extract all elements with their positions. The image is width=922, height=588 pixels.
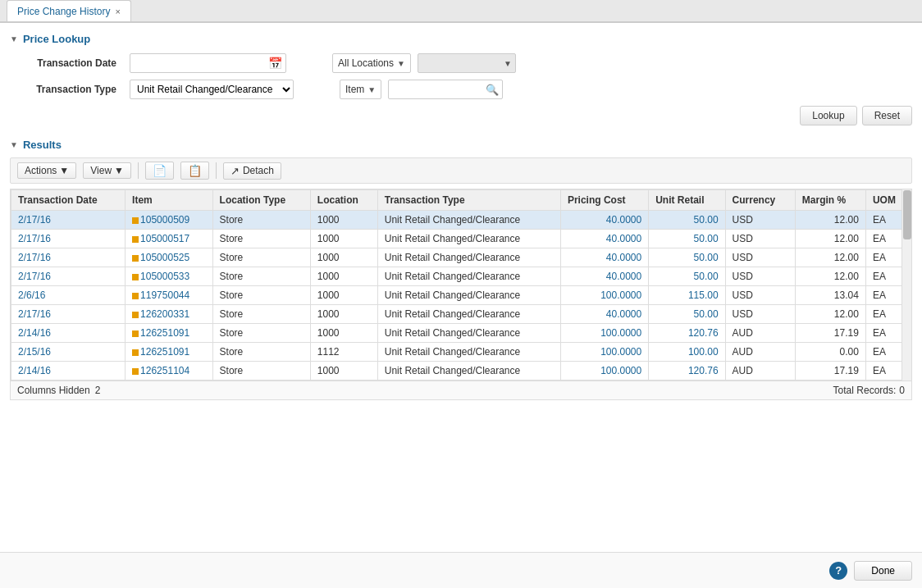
detach-button[interactable]: ↗ Detach <box>223 162 281 180</box>
table-row[interactable]: 2/15/16126251091Store1112Unit Retail Cha… <box>11 343 911 362</box>
cell-transaction-date[interactable]: 2/17/16 <box>11 211 126 230</box>
cell-unit-retail-link[interactable]: 120.76 <box>688 365 719 376</box>
reset-button[interactable]: Reset <box>862 106 912 125</box>
cell-item-link[interactable]: 126251091 <box>140 327 189 339</box>
cell-unit-retail[interactable]: 50.00 <box>649 230 725 248</box>
cell-pricing-cost-link[interactable]: 40.0000 <box>606 252 641 263</box>
cell-pricing-cost[interactable]: 100.0000 <box>560 362 648 381</box>
transaction-date-input[interactable]: 📅 <box>130 53 286 73</box>
cell-transaction-date[interactable]: 2/17/16 <box>11 267 126 286</box>
cell-item-link[interactable]: 105000533 <box>140 271 189 282</box>
cell-pricing-cost-link[interactable]: 100.0000 <box>600 346 641 358</box>
cell-unit-retail-link[interactable]: 115.00 <box>688 289 719 301</box>
table-row[interactable]: 2/17/16105000509Store1000Unit Retail Cha… <box>11 211 911 230</box>
cell-item-link[interactable]: 105000509 <box>140 214 189 226</box>
location-secondary-dropdown[interactable]: ▼ <box>418 53 516 73</box>
cell-unit-retail-link[interactable]: 50.00 <box>694 252 719 263</box>
cell-transaction-date[interactable]: 2/15/16 <box>11 343 126 362</box>
item-search-input[interactable] <box>392 84 482 95</box>
cell-transaction-date-link[interactable]: 2/17/16 <box>18 252 51 263</box>
tab-close-button[interactable]: × <box>115 7 120 16</box>
results-collapse-icon[interactable]: ▼ <box>10 140 18 149</box>
cell-item[interactable]: 126251091 <box>126 324 213 343</box>
cell-item[interactable]: 105000517 <box>126 230 213 248</box>
table-row[interactable]: 2/17/16105000533Store1000Unit Retail Cha… <box>11 267 911 286</box>
cell-unit-retail[interactable]: 120.76 <box>649 362 725 381</box>
cell-item-link[interactable]: 105000517 <box>140 233 189 244</box>
cell-pricing-cost-link[interactable]: 40.0000 <box>606 214 641 226</box>
transaction-date-field[interactable] <box>134 57 265 69</box>
export-view-button[interactable]: 📋 <box>180 162 209 180</box>
transaction-type-select[interactable]: Unit Retail Changed/Clearance All Types <box>130 80 294 99</box>
cell-unit-retail-link[interactable]: 50.00 <box>694 233 719 244</box>
view-button[interactable]: View ▼ <box>83 162 131 179</box>
cell-pricing-cost-link[interactable]: 40.0000 <box>606 271 641 282</box>
cell-item-link[interactable]: 119750044 <box>140 289 189 301</box>
cell-unit-retail[interactable]: 50.00 <box>649 211 725 230</box>
cell-unit-retail-link[interactable]: 50.00 <box>694 308 719 320</box>
table-row[interactable]: 2/17/16105000517Store1000Unit Retail Cha… <box>11 230 911 248</box>
cell-transaction-date-link[interactable]: 2/15/16 <box>18 346 51 358</box>
cell-transaction-date-link[interactable]: 2/17/16 <box>18 271 51 282</box>
cell-pricing-cost[interactable]: 40.0000 <box>560 211 648 230</box>
table-row[interactable]: 2/14/16126251104Store1000Unit Retail Cha… <box>11 362 911 381</box>
cell-unit-retail[interactable]: 115.00 <box>649 286 725 305</box>
done-button[interactable]: Done <box>854 561 912 581</box>
cell-transaction-date[interactable]: 2/17/16 <box>11 248 126 267</box>
cell-unit-retail-link[interactable]: 50.00 <box>694 271 719 282</box>
cell-unit-retail[interactable]: 50.00 <box>649 248 725 267</box>
cell-pricing-cost[interactable]: 100.0000 <box>560 343 648 362</box>
cell-transaction-date-link[interactable]: 2/17/16 <box>18 233 51 244</box>
cell-item-link[interactable]: 126251104 <box>140 365 189 376</box>
cell-pricing-cost[interactable]: 40.0000 <box>560 248 648 267</box>
cell-transaction-date[interactable]: 2/6/16 <box>11 286 126 305</box>
cell-item[interactable]: 126251104 <box>126 362 213 381</box>
item-search-box[interactable]: 🔍 <box>388 80 503 99</box>
cell-pricing-cost-link[interactable]: 100.0000 <box>600 365 641 376</box>
table-row[interactable]: 2/17/16105000525Store1000Unit Retail Cha… <box>11 248 911 267</box>
cell-item[interactable]: 105000525 <box>126 248 213 267</box>
cell-pricing-cost-link[interactable]: 40.0000 <box>606 308 641 320</box>
cell-pricing-cost[interactable]: 100.0000 <box>560 286 648 305</box>
cell-item-link[interactable]: 105000525 <box>140 252 189 263</box>
cell-item-link[interactable]: 126200331 <box>140 308 189 320</box>
scrollbar-thumb[interactable] <box>903 190 911 239</box>
cell-transaction-date[interactable]: 2/17/16 <box>11 230 126 248</box>
vertical-scrollbar[interactable] <box>901 189 911 381</box>
cell-transaction-date[interactable]: 2/14/16 <box>11 362 126 381</box>
cell-item[interactable]: 126251091 <box>126 343 213 362</box>
cell-pricing-cost[interactable]: 40.0000 <box>560 305 648 324</box>
search-icon[interactable]: 🔍 <box>486 84 499 96</box>
export-excel-button[interactable]: 📄 <box>145 162 174 180</box>
cell-item-link[interactable]: 126251091 <box>140 346 189 358</box>
cell-unit-retail-link[interactable]: 100.00 <box>688 346 719 358</box>
cell-transaction-date[interactable]: 2/14/16 <box>11 324 126 343</box>
cell-item[interactable]: 119750044 <box>126 286 213 305</box>
cell-pricing-cost[interactable]: 40.0000 <box>560 267 648 286</box>
help-button[interactable]: ? <box>829 562 847 580</box>
cell-pricing-cost[interactable]: 40.0000 <box>560 230 648 248</box>
cell-transaction-date-link[interactable]: 2/14/16 <box>18 365 51 376</box>
cell-unit-retail[interactable]: 120.76 <box>649 324 725 343</box>
cell-transaction-date-link[interactable]: 2/17/16 <box>18 214 51 226</box>
table-row[interactable]: 2/17/16126200331Store1000Unit Retail Cha… <box>11 305 911 324</box>
table-row[interactable]: 2/14/16126251091Store1000Unit Retail Cha… <box>11 324 911 343</box>
cell-item[interactable]: 105000533 <box>126 267 213 286</box>
price-change-history-tab[interactable]: Price Change History × <box>7 0 131 21</box>
cell-transaction-date-link[interactable]: 2/6/16 <box>18 289 45 301</box>
item-dropdown[interactable]: Item ▼ <box>340 80 381 99</box>
all-locations-dropdown[interactable]: All Locations ▼ <box>332 53 411 73</box>
cell-item[interactable]: 105000509 <box>126 211 213 230</box>
cell-unit-retail[interactable]: 50.00 <box>649 267 725 286</box>
cell-transaction-date[interactable]: 2/17/16 <box>11 305 126 324</box>
cell-pricing-cost-link[interactable]: 40.0000 <box>606 233 641 244</box>
lookup-button[interactable]: Lookup <box>800 106 856 125</box>
cell-pricing-cost-link[interactable]: 100.0000 <box>600 289 641 301</box>
cell-pricing-cost[interactable]: 100.0000 <box>560 324 648 343</box>
calendar-icon[interactable]: 📅 <box>268 57 282 70</box>
collapse-icon[interactable]: ▼ <box>10 34 18 43</box>
cell-unit-retail-link[interactable]: 120.76 <box>688 327 719 339</box>
cell-unit-retail-link[interactable]: 50.00 <box>694 214 719 226</box>
cell-unit-retail[interactable]: 100.00 <box>649 343 725 362</box>
cell-transaction-date-link[interactable]: 2/17/16 <box>18 308 51 320</box>
